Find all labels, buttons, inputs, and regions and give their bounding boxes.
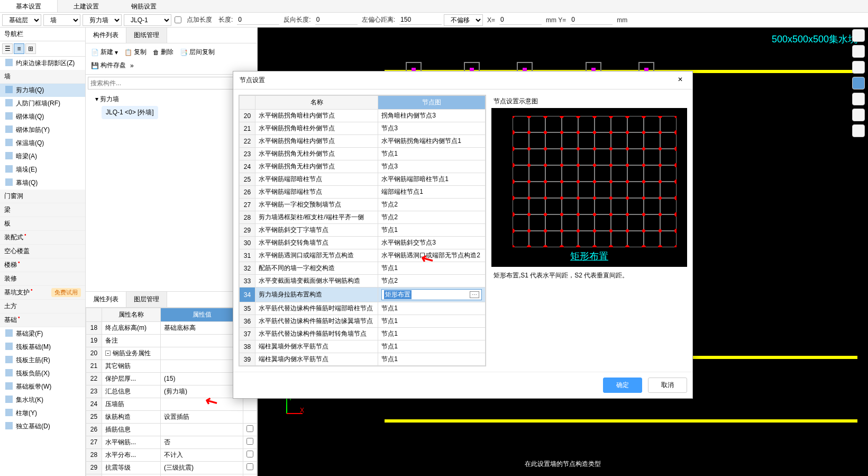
nav-category[interactable]: 门窗洞 [0,190,85,203]
nav-foundation-item[interactable]: 柱墩(Y) [0,407,85,420]
row-checkbox[interactable] [246,425,253,432]
node-row[interactable]: 23水平钢筋拐角无柱外侧节点节点1 [240,148,486,160]
more-icon[interactable]: » [130,62,134,69]
node-row[interactable]: 34剪力墙身拉筋布置构造矩形布置⋯ [240,288,486,302]
property-row[interactable]: 29抗震等级(三级抗震) [86,461,257,474]
nav-region-item[interactable]: 约束边缘非阴影区(Z) [0,57,85,70]
property-row[interactable]: 30锚固搭接按默认锚固搭接计算 [86,474,257,476]
close-icon[interactable]: ✕ [674,76,686,85]
node-row[interactable]: 27水平钢筋一字相交预制墙节点节点2 [240,199,486,211]
node-row[interactable]: 22水平钢筋拐角端柱内侧节点水平钢筋拐角端柱内侧节点1 [240,135,486,148]
nav-foundation-item[interactable]: 筏板负筋(X) [0,367,85,380]
subcomponent-select[interactable]: 剪力墙 [83,14,122,26]
property-row[interactable]: 26插筋信息 [86,423,257,436]
save-member-button[interactable]: 💾构件存盘 [89,60,128,71]
property-row[interactable]: 23汇总信息(剪力墙) [86,385,257,398]
property-row[interactable]: 19备注 [86,334,257,347]
tree-node-jlq1[interactable]: JLQ-1 <0> [外墙] [102,106,158,119]
nav-wall-item[interactable]: 人防门框墙(RF) [0,97,85,110]
nav-wall-item[interactable]: 保温墙(Q) [0,137,85,150]
ok-button[interactable]: 确定 [603,378,642,393]
property-row[interactable]: 18终点底标高(m)基础底标高 [86,321,257,334]
tab-member-list[interactable]: 构件列表 [86,28,126,43]
tab-layers[interactable]: 图层管理 [126,292,167,307]
add-length-checkbox[interactable] [175,16,181,23]
member-name-select[interactable]: JLQ-1 [124,14,171,26]
node-row[interactable]: 39端柱翼墙内侧水平筋节点节点1 [240,353,486,366]
property-row[interactable]: 27水平钢筋...否 [86,436,257,448]
length-input[interactable] [237,15,279,25]
nav-category[interactable]: 土方 [0,300,85,313]
nav-foundation-item[interactable]: 基础梁(F) [0,327,85,340]
row-checkbox[interactable] [246,451,253,457]
new-button[interactable]: 📄新建 ▾ [89,47,120,58]
node-row[interactable]: 21水平钢筋拐角暗柱外侧节点节点3 [240,122,486,135]
property-row[interactable]: 22保护层厚...(15) [86,372,257,385]
nav-foundation-item[interactable]: 基础板带(W) [0,380,85,393]
tab-drawing-mgmt[interactable]: 图纸管理 [126,28,167,43]
property-row[interactable]: 25纵筋构造设置插筋 [86,410,257,423]
nav-wall-item[interactable]: 剪力墙(Q) [0,84,85,97]
row-checkbox[interactable] [246,463,253,470]
view-3d-icon[interactable] [852,45,865,58]
nav-category[interactable]: 装配式 [0,231,85,245]
node-row[interactable]: 26水平钢筋端部端柱节点端部端柱节点1 [240,186,486,199]
view-cube-icon[interactable] [852,77,865,89]
reverse-length-input[interactable] [315,15,358,25]
nav-view-grid-icon[interactable]: ⊞ [25,43,36,54]
x-input[interactable] [499,15,542,25]
node-row[interactable]: 24水平钢筋拐角无柱内侧节点节点3 [240,160,486,173]
tab-basic[interactable]: 基本设置 [0,0,58,12]
node-row[interactable]: 31水平钢筋遇洞口或端部无节点构造水平钢筋遇洞口或端部无节点构造2 [240,249,486,262]
view-display-icon[interactable] [852,124,865,137]
nav-category[interactable]: 空心楼盖 [0,245,85,258]
node-row[interactable]: 38端柱翼墙外侧水平筋节点节点1 [240,340,486,353]
tab-properties[interactable]: 属性列表 [86,292,126,307]
row-checkbox[interactable] [246,438,253,445]
nav-cat-wall[interactable]: 墙 [0,70,85,84]
nav-foundation-item[interactable]: 筏板基础(M) [0,340,85,354]
property-row[interactable]: 24压墙筋 [86,398,257,410]
nav-category[interactable]: 基础 [0,313,85,327]
tree-root[interactable]: ▾ 剪力墙 [95,95,254,104]
shift-select[interactable]: 不偏移 [444,14,483,26]
tab-civil[interactable]: 土建设置 [58,0,115,12]
node-row[interactable]: 29水平钢筋斜交丁字墙节点节点1 [240,224,486,237]
node-row[interactable]: 20水平钢筋拐角暗柱内侧节点拐角暗柱内侧节点3 [240,110,486,122]
nav-foundation-item[interactable]: 独立基础(D) [0,420,85,433]
nav-wall-item[interactable]: 暗梁(A) [0,150,85,163]
cancel-button[interactable]: 取消 [648,378,687,393]
nav-foundation-item[interactable]: 筏板主筋(R) [0,354,85,367]
nav-category[interactable]: 梁 [0,203,85,217]
copy-button[interactable]: 📋复制 [122,47,149,58]
nav-wall-item[interactable]: 墙垛(E) [0,163,85,176]
nav-category[interactable]: 基坑支护免费试用 [0,286,85,300]
node-row[interactable]: 30水平钢筋斜交转角墙节点水平钢筋斜交节点3 [240,237,486,249]
offset-input[interactable] [399,15,442,25]
more-icon[interactable]: ⋯ [470,291,479,298]
nav-view-list-icon[interactable]: ≡ [14,43,24,54]
nav-category[interactable]: 楼梯 [0,258,85,272]
floor-select[interactable]: 基础层 [2,14,41,26]
nav-wall-item[interactable]: 砌体加筋(Y) [0,123,85,137]
y-input[interactable] [570,15,613,25]
try-free-badge[interactable]: 免费试用 [51,288,81,297]
nav-category[interactable]: 装修 [0,272,85,286]
view-rotate-icon[interactable] [852,109,865,121]
nav-wall-item[interactable]: 砌体墙(Q) [0,110,85,123]
node-row[interactable]: 36水平筋代替边缘构件箍筋时边缘翼墙节点节点1 [240,315,486,328]
node-row[interactable]: 35水平筋代替边缘构件箍筋时端部暗柱节点节点1 [240,302,486,315]
node-row[interactable]: 25水平钢筋端部暗柱节点水平钢筋端部暗柱节点1 [240,173,486,186]
node-row[interactable]: 33水平变截面墙变截面侧水平钢筋构造节点2 [240,275,486,288]
nav-foundation-item[interactable]: 集水坑(K) [0,393,85,407]
property-row[interactable]: 20-钢筋业务属性 [86,347,257,360]
view-fit-icon[interactable] [852,93,865,105]
nav-view-tree-icon[interactable]: ☰ [2,43,13,54]
delete-button[interactable]: 🗑删除 [151,47,176,58]
property-row[interactable]: 21其它钢筋 [86,360,257,372]
property-row[interactable]: 28水平分布...不计入 [86,448,257,461]
component-select[interactable]: 墙 [43,14,80,26]
node-row[interactable]: 32配筋不同的墙一字相交构造节点1 [240,262,486,275]
tab-rebar[interactable]: 钢筋设置 [115,0,173,12]
view-2d-icon[interactable] [852,29,865,42]
